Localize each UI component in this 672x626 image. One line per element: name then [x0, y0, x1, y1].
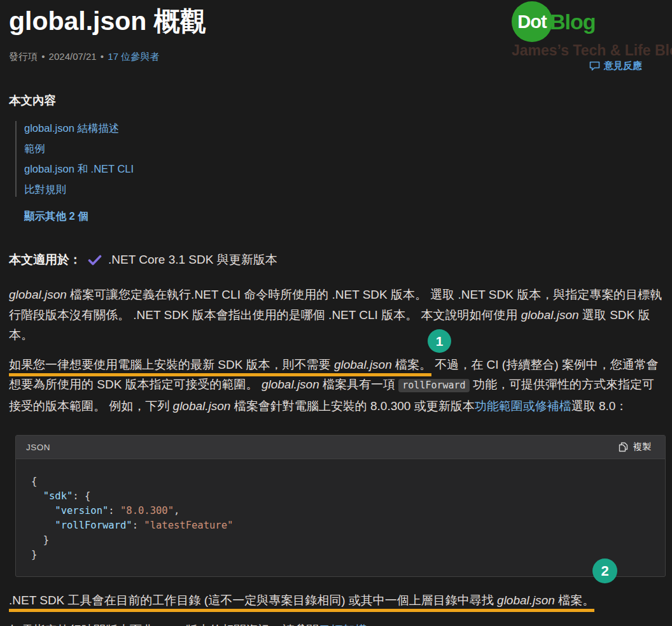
meta-date: 2024/07/21 [49, 51, 97, 62]
toc-list: global.json 結構描述範例global.json 和 .NET CLI… [15, 121, 666, 197]
checkmark-icon [88, 255, 102, 266]
text-run: .NET SDK 工具會在目前的工作目錄 (這不一定與專案目錄相同) 或其中一個… [9, 594, 497, 612]
text-run: 檔案。 [555, 594, 594, 612]
logo-dot-text: Dot [517, 11, 546, 32]
text-run: 選取 8.0： [571, 399, 628, 413]
italic-text: global.json [334, 358, 392, 376]
italic-text: global.json [497, 594, 555, 612]
code-line: "rollForward": "latestFeature" [31, 518, 655, 533]
dotblog-logo-circle: Dot [512, 1, 552, 42]
toc-link[interactable]: global.json 和 .NET CLI [24, 163, 666, 175]
toc-link[interactable]: 比對規則 [24, 183, 666, 196]
feedback-icon [589, 61, 600, 71]
annotation-circle-2: 2 [592, 558, 617, 583]
applies-to-text: .NET Core 3.1 SDK 與更新版本 [108, 252, 277, 268]
toc-link[interactable]: 範例 [24, 143, 666, 155]
inline-link[interactable]: 目標架構 [319, 623, 367, 626]
code-line: { [31, 474, 655, 489]
italic-text: global.json [521, 308, 579, 322]
code-block-header: JSON 複製 [16, 436, 665, 459]
toc-show-more-link[interactable]: 顯示其他 2 個 [24, 210, 88, 224]
paragraph-runtime-note: 如需指定執行時間版本而非 SDK 版本的相關資訊，請參閱目標架構。 [9, 620, 666, 626]
applies-to-row: 本文適用於： .NET Core 3.1 SDK 與更新版本 [9, 252, 666, 268]
text-run: 檔案會針對電腦上安裝的 8.0.300 或更新版本 [230, 399, 474, 413]
contributors-link[interactable]: 17 位參與者 [108, 51, 159, 62]
copy-icon [619, 442, 628, 452]
code-line: } [31, 533, 655, 548]
feedback-link[interactable]: 意見反應 [589, 60, 642, 72]
copy-button[interactable]: 複製 [615, 441, 655, 453]
text-run: 如果您一律想要使用電腦上安裝的最新 SDK 版本，則不需要 [9, 358, 334, 376]
toc-heading: 本文內容 [9, 92, 666, 108]
inline-code: rollForward [398, 379, 469, 392]
text-run: 檔案具有一項 [319, 378, 399, 391]
code-line: "version": "8.0.300", [31, 504, 655, 518]
text-run: 如需指定執行時間版本而非 SDK 版本的相關資訊，請參閱 [9, 623, 319, 626]
text-run: 。 [367, 623, 379, 626]
logo-blog-text: Blog [550, 10, 596, 34]
paragraph-lookup: .NET SDK 工具會在目前的工作目錄 (這不一定與專案目錄相同) 或其中一個… [9, 590, 666, 611]
italic-text: global.json [262, 378, 319, 391]
dotblog-watermark: Dot Blog James’s Tech & Life Blog [512, 1, 672, 59]
annotation-circle-1: 1 [428, 329, 451, 353]
meta-separator: • [40, 51, 46, 62]
watermark-tagline: James’s Tech & Life Blog [512, 42, 672, 59]
italic-text: global.json [173, 399, 231, 413]
feedback-label: 意見反應 [604, 60, 642, 72]
meta-separator: • [99, 51, 105, 62]
toc-link[interactable]: global.json 結構描述 [24, 122, 666, 134]
code-line: } [31, 548, 655, 562]
paragraph-rollforward: 如果您一律想要使用電腦上安裝的最新 SDK 版本，則不需要 global.jso… [9, 355, 666, 416]
code-content: { "sdk": { "version": "8.0.300", "rollFo… [16, 459, 665, 576]
code-line: "sdk": { [31, 489, 655, 504]
copy-button-label: 複製 [633, 441, 651, 453]
italic-text: global.json [9, 288, 67, 301]
dotblog-logo: Dot Blog [512, 1, 672, 42]
paragraph-intro: global.json 檔案可讓您定義在執行.NET CLI 命令時所使用的 .… [9, 285, 666, 345]
meta-label: 發行項 [9, 51, 38, 62]
code-language-label: JSON [26, 443, 50, 452]
inline-link[interactable]: 功能範圍或修補檔 [475, 399, 571, 413]
code-block: JSON 複製 { "sdk": { "version": "8.0.300",… [15, 435, 666, 577]
applies-to-label: 本文適用於： [9, 252, 81, 268]
text-run: 檔案。 [392, 358, 431, 376]
